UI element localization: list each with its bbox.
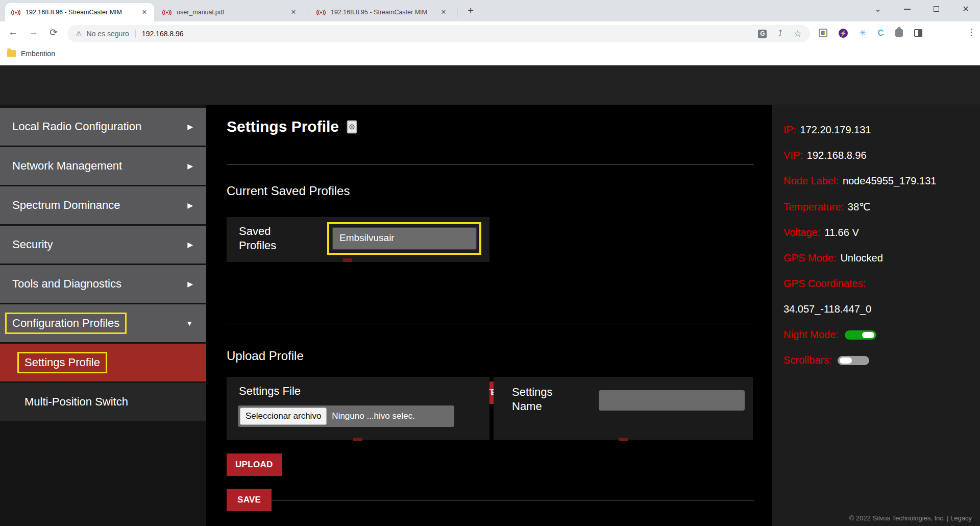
extensions-puzzle-icon[interactable]	[895, 29, 903, 37]
info-label: Scrollbars:	[783, 354, 831, 366]
file-input[interactable]: Seleccionar archivo Ninguno ...hivo sele…	[238, 405, 454, 427]
info-row-ip: IP: 172.20.179.131	[783, 124, 980, 136]
info-label: Node Label:	[783, 175, 839, 187]
info-row-gps-coordinates: GPS Coordinates:	[783, 278, 980, 290]
sidebar-subitem-label: Settings Profile	[24, 356, 100, 369]
translate-icon[interactable]: G	[758, 30, 767, 38]
sidebar-item-tools-and-diagnostics[interactable]: Tools and Diagnostics ▶	[0, 265, 206, 303]
side-panel-icon[interactable]	[914, 29, 922, 37]
window-restore-button[interactable]	[924, 0, 948, 18]
red-marker	[353, 438, 362, 441]
sidebar-item-security[interactable]: Security ▶	[0, 226, 206, 264]
sidebar-item-network-management[interactable]: Network Management ▶	[0, 147, 206, 185]
tab-streamcaster-95[interactable]: 192.168.8.95 - StreamCaster MIM ✕	[310, 3, 453, 21]
tab-close-icon[interactable]: ✕	[439, 8, 448, 17]
tab-title: 192.168.8.95 - StreamCaster MIM	[331, 9, 435, 16]
sidebar-subitem-settings-profile[interactable]: Settings Profile	[0, 344, 206, 381]
tab-close-icon[interactable]: ✕	[289, 8, 298, 17]
browser-toolbar: ← → ⟳ ⚠ No es seguro 192.168.8.96 G ⤴ ☆ …	[0, 21, 980, 46]
sidebar-item-label: Configuration Profiles	[12, 317, 119, 329]
saved-profiles-panel: Saved Profiles Embsilvusair	[227, 217, 489, 262]
sidebar-item-configuration-profiles[interactable]: Configuration Profiles ▼	[0, 304, 206, 342]
sidebar-item-label: Spectrum Dominance	[12, 199, 120, 212]
tab-active[interactable]: 192.168.8.96 - StreamCaster MIM ✕	[5, 3, 154, 21]
tab-search-chevron-icon[interactable]: ⌄	[866, 0, 890, 18]
browser-tabstrip: 192.168.8.96 - StreamCaster MIM ✕ user_m…	[0, 0, 980, 21]
info-value: 11.66 V	[824, 227, 859, 238]
saved-profiles-label: Saved Profiles	[239, 224, 305, 253]
sidebar-item-label: Network Management	[12, 159, 122, 173]
left-navigation: Local Radio Configuration ▶ Network Mana…	[0, 105, 206, 526]
lightning-extension-icon[interactable]: ⚡	[839, 29, 848, 38]
streamcaster-favicon	[10, 9, 21, 16]
manual-book-icon[interactable]	[346, 120, 358, 134]
window-close-button[interactable]: ✕	[954, 0, 977, 18]
file-status-text: Ninguno ...hivo selec.	[332, 411, 415, 421]
minimize-icon	[904, 9, 911, 10]
window-minimize-button[interactable]	[895, 0, 919, 18]
settings-file-panel: Settings File Seleccionar archivo Ningun…	[227, 377, 489, 440]
night-mode-toggle[interactable]	[845, 330, 876, 340]
restore-icon	[934, 6, 939, 12]
info-value: Unlocked	[840, 252, 883, 264]
info-label: VIP:	[783, 150, 803, 161]
info-row-scrollbars: Scrollbars:	[783, 354, 980, 366]
saved-profiles-select[interactable]: Embsilvusair	[332, 227, 477, 250]
choose-file-button[interactable]: Seleccionar archivo	[240, 408, 327, 425]
toggle-knob	[862, 332, 874, 338]
settings-file-label: Settings File	[239, 384, 351, 398]
tutorial-highlight-box: Embsilvusair	[327, 222, 481, 255]
new-tab-button[interactable]: +	[463, 4, 478, 18]
url-text[interactable]: 192.168.8.96	[142, 30, 184, 38]
chevron-right-icon: ▶	[187, 123, 193, 131]
bookmark-star-icon[interactable]: ☆	[794, 28, 802, 39]
section-divider	[227, 324, 754, 324]
forward-icon[interactable]: →	[29, 27, 38, 38]
save-button[interactable]: SAVE	[227, 489, 272, 511]
photos-extension-icon[interactable]	[819, 29, 827, 37]
tutorial-highlight-box: Configuration Profiles	[5, 313, 127, 334]
omnibox-divider	[135, 30, 136, 38]
page-title-text: Settings Profile	[227, 118, 339, 135]
info-label: GPS Mode:	[783, 252, 836, 264]
tab-user-manual[interactable]: user_manual.pdf ✕	[156, 3, 303, 21]
reload-icon[interactable]: ⟳	[50, 27, 58, 38]
browser-menu-icon[interactable]: ⋮	[967, 27, 976, 38]
red-marker	[343, 258, 352, 262]
chevron-right-icon: ▶	[187, 201, 193, 209]
security-text: No es seguro	[87, 30, 129, 38]
sidebar-subitem-multi-position-switch[interactable]: Multi-Position Switch	[0, 383, 206, 421]
sidebar-item-spectrum-dominance[interactable]: Spectrum Dominance ▶	[0, 186, 206, 224]
not-secure-warning-icon: ⚠	[76, 30, 82, 38]
streamcaster-favicon	[315, 9, 327, 16]
upload-profile-heading: Upload Profile	[227, 349, 304, 363]
settings-name-input[interactable]	[599, 390, 745, 411]
share-icon[interactable]: ⤴	[778, 29, 782, 39]
red-marker	[619, 438, 628, 441]
chevron-right-icon: ▶	[187, 241, 193, 249]
chevron-right-icon: ▶	[187, 162, 193, 170]
scrollbars-toggle[interactable]	[838, 356, 869, 365]
node-info-sidebar: IP: 172.20.179.131 VIP: 192.168.8.96 Nod…	[772, 105, 980, 526]
sidebar-item-label: Local Radio Configuration	[12, 120, 141, 133]
asterisk-extension-icon[interactable]: ✳	[859, 28, 866, 38]
sidebar-item-local-radio-configuration[interactable]: Local Radio Configuration ▶	[0, 108, 206, 146]
info-row-node-label: Node Label: node45955_179.131	[783, 175, 980, 187]
info-label: Voltage:	[783, 227, 820, 238]
info-value: 38℃	[848, 201, 871, 213]
section-divider	[227, 500, 754, 501]
info-row-gps-mode: GPS Mode: Unlocked	[783, 252, 980, 264]
info-row-night-mode: Night Mode:	[783, 329, 980, 341]
c-extension-icon[interactable]: C	[877, 28, 884, 38]
bookmark-embention[interactable]: Embention	[7, 50, 55, 58]
page-title: Settings Profile	[227, 118, 358, 135]
tab-close-icon[interactable]: ✕	[140, 8, 149, 17]
streamcaster-favicon	[161, 9, 173, 16]
tab-title: user_manual.pdf	[177, 9, 285, 16]
upload-button[interactable]: UPLOAD	[227, 453, 282, 476]
back-icon[interactable]: ←	[8, 27, 18, 38]
info-row-voltage: Voltage: 11.66 V	[783, 227, 980, 238]
info-label: GPS Coordinates:	[783, 278, 866, 290]
sidebar-subitem-label: Multi-Position Switch	[24, 395, 128, 409]
address-bar[interactable]: ⚠ No es seguro 192.168.8.96 G ⤴ ☆	[67, 25, 810, 42]
